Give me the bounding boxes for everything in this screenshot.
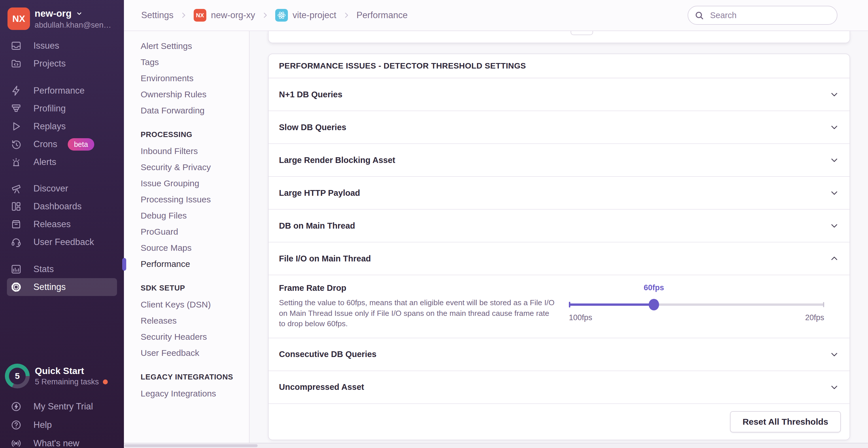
flamechart-icon <box>10 103 22 114</box>
detector-row-consecutive-db-queries[interactable]: Consecutive DB Queries <box>269 338 849 371</box>
detector-row-file-io-on-main-thread[interactable]: File I/O on Main Thread <box>269 242 849 275</box>
sidebar-item-whats-new[interactable]: What's new <box>7 434 117 448</box>
breadcrumb-org-label[interactable]: new-org-xy <box>211 10 255 21</box>
settings-nav-heading-processing: PROCESSING <box>124 130 249 139</box>
settings-nav-security-headers[interactable]: Security Headers <box>124 329 249 345</box>
sidebar-item-settings[interactable]: Settings <box>7 278 117 296</box>
breadcrumb-settings[interactable]: Settings <box>141 10 174 21</box>
sidebar-item-discover[interactable]: Discover <box>7 180 117 198</box>
breadcrumb-project-label[interactable]: vite-project <box>292 10 336 21</box>
settings-nav-security-privacy[interactable]: Security & Privacy <box>124 159 249 175</box>
sidebar-item-performance[interactable]: Performance <box>7 82 117 100</box>
sidebar-item-label: Help <box>33 420 52 430</box>
sidebar-item-alerts[interactable]: Alerts <box>7 153 117 171</box>
slider-min-tick <box>569 302 570 308</box>
slider-value-label: 60fps <box>644 283 664 292</box>
main-content: PERFORMANCE ISSUES - DETECTOR THRESHOLD … <box>250 31 868 448</box>
bar-chart-icon <box>10 264 22 275</box>
card-footer: Reset All Thresholds <box>269 404 849 440</box>
org-meta: new-org abdullah.khan@sen… <box>35 7 111 30</box>
detector-row-large-http-payload[interactable]: Large HTTP Payload <box>269 177 849 210</box>
reset-all-thresholds-button[interactable]: Reset All Thresholds <box>730 411 841 433</box>
chevron-right-icon <box>261 11 269 19</box>
settings-nav-heading-legacy: LEGACY INTEGRATIONS <box>124 373 249 381</box>
sidebar-item-label: What's new <box>33 438 79 448</box>
sidebar-item-crons[interactable]: Crons beta <box>7 135 117 153</box>
sidebar-item-user-feedback[interactable]: User Feedback <box>7 233 117 251</box>
settings-nav-user-feedback[interactable]: User Feedback <box>124 345 249 361</box>
sidebar-item-profiling[interactable]: Profiling <box>7 100 117 117</box>
settings-nav-tags[interactable]: Tags <box>124 54 249 70</box>
detector-row-n1-db-queries[interactable]: N+1 DB Queries <box>269 78 849 111</box>
chevron-down-icon[interactable] <box>830 383 839 391</box>
chevron-down-icon[interactable] <box>830 350 839 359</box>
detector-row-slow-db-queries[interactable]: Slow DB Queries <box>269 111 849 144</box>
gear-icon <box>10 281 22 293</box>
breadcrumb-project[interactable]: vite-project <box>275 9 336 22</box>
settings-nav-debug-files[interactable]: Debug Files <box>124 208 249 224</box>
chevron-down-icon[interactable] <box>830 221 839 230</box>
sidebar-item-stats[interactable]: Stats <box>7 260 117 278</box>
settings-nav-environments[interactable]: Environments <box>124 70 249 87</box>
chevron-down-icon[interactable] <box>830 188 839 197</box>
sidebar-item-label: Discover <box>33 183 68 194</box>
settings-nav-ownership-rules[interactable]: Ownership Rules <box>124 87 249 103</box>
slider-track[interactable] <box>569 304 824 306</box>
settings-nav-inbound-filters[interactable]: Inbound Filters <box>124 143 249 159</box>
frame-rate-drop-section: Frame Rate Drop Setting the value to 60f… <box>269 275 849 338</box>
react-logo-icon <box>275 9 288 22</box>
settings-nav-performance[interactable]: Performance <box>124 256 249 272</box>
sidebar-item-replays[interactable]: Replays <box>7 117 117 135</box>
slider-thumb[interactable] <box>649 299 659 310</box>
dashboard-grid-icon <box>10 201 22 212</box>
quickstart-panel[interactable]: 5 Quick Start 5 Remaining tasks <box>0 361 124 390</box>
sidebar-item-label: User Feedback <box>33 237 94 247</box>
sidebar-item-label: Profiling <box>33 103 66 114</box>
slider-fill <box>569 304 654 306</box>
detector-row-large-render-blocking-asset[interactable]: Large Render Blocking Asset <box>269 144 849 177</box>
settings-nav-data-forwarding[interactable]: Data Forwarding <box>124 103 249 118</box>
search-input[interactable] <box>688 6 837 25</box>
chevron-down-icon[interactable] <box>830 156 839 164</box>
sidebar-item-projects[interactable]: Projects <box>7 55 117 73</box>
chevron-up-icon[interactable] <box>830 254 839 263</box>
org-switcher[interactable]: NX new-org abdullah.khan@sen… <box>0 0 124 36</box>
breadcrumb-org[interactable]: NX new-org-xy <box>194 9 255 22</box>
detector-label: Slow DB Queries <box>279 123 346 132</box>
sidebar-item-my-sentry-trial[interactable]: My Sentry Trial <box>7 397 117 415</box>
settings-nav-source-maps[interactable]: Source Maps <box>124 240 249 256</box>
sidebar-item-releases[interactable]: Releases <box>7 215 117 233</box>
settings-nav-processing-issues[interactable]: Processing Issues <box>124 192 249 208</box>
horizontal-scrollbar[interactable] <box>124 443 868 448</box>
detector-row-uncompressed-asset[interactable]: Uncompressed Asset <box>269 371 849 404</box>
detector-threshold-card: PERFORMANCE ISSUES - DETECTOR THRESHOLD … <box>268 54 850 440</box>
sidebar-item-label: Replays <box>33 121 66 132</box>
sidebar-item-help[interactable]: Help <box>7 416 117 434</box>
org-name[interactable]: new-org <box>35 8 71 19</box>
sidebar-item-label: Crons <box>33 139 57 149</box>
chevron-right-icon <box>343 11 350 19</box>
settings-nav-releases[interactable]: Releases <box>124 313 249 329</box>
settings-nav-proguard[interactable]: ProGuard <box>124 224 249 240</box>
horizontal-scrollbar-thumb[interactable] <box>124 444 258 447</box>
chevron-down-icon[interactable] <box>830 90 839 99</box>
sidebar-item-label: Projects <box>33 59 66 69</box>
sidebar-item-issues[interactable]: Issues <box>7 37 117 55</box>
detector-row-db-on-main-thread[interactable]: DB on Main Thread <box>269 210 849 242</box>
settings-nav-issue-grouping[interactable]: Issue Grouping <box>124 175 249 192</box>
headset-icon <box>10 236 22 248</box>
settings-nav-legacy-integrations[interactable]: Legacy Integrations <box>124 385 249 402</box>
sidebar-spacer <box>0 296 124 361</box>
breadcrumb-performance: Performance <box>356 10 407 21</box>
sidebar-item-dashboards[interactable]: Dashboards <box>7 198 117 215</box>
issues-icon <box>10 40 22 51</box>
settings-nav-alert-settings[interactable]: Alert Settings <box>124 38 249 54</box>
play-icon <box>10 120 22 132</box>
chevron-down-icon[interactable] <box>830 123 839 132</box>
lightning-icon <box>10 85 22 97</box>
settings-nav-client-keys[interactable]: Client Keys (DSN) <box>124 297 249 313</box>
primary-sidebar: NX new-org abdullah.khan@sen… Issues Pro… <box>0 0 124 448</box>
sidebar-item-label: Alerts <box>33 157 56 167</box>
org-avatar[interactable]: NX <box>7 7 30 30</box>
progress-ring: 5 <box>5 364 30 388</box>
